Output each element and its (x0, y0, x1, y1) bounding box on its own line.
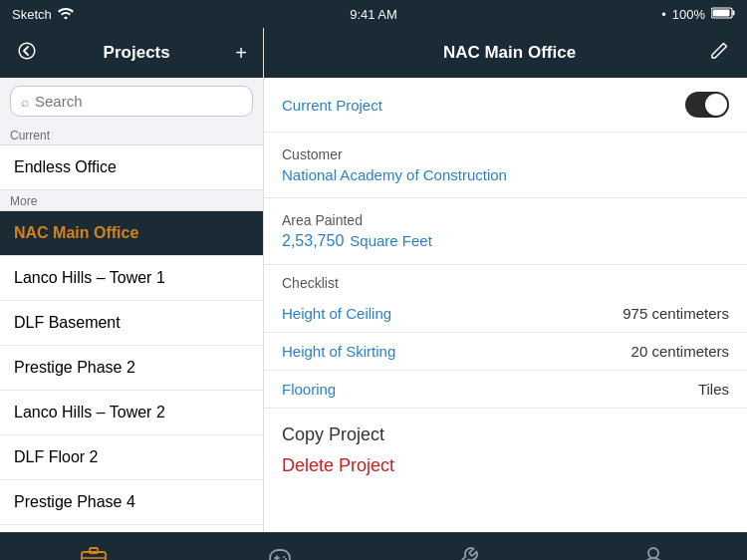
status-bar: Sketch 9:41 AM • 100% (0, 0, 747, 28)
controller-tab-icon (266, 548, 294, 561)
current-section-label: Current (0, 125, 263, 145)
sidebar-item-endless-office[interactable]: Endless Office (0, 145, 263, 190)
tab-bar (0, 532, 747, 560)
flooring-value: Tiles (698, 381, 729, 398)
area-unit: Square Feet (350, 232, 432, 249)
tab-profile[interactable] (561, 546, 748, 561)
svg-point-10 (285, 558, 287, 560)
sidebar-item-nac-main-office[interactable]: NAC Main Office (0, 211, 263, 256)
toggle-knob (705, 94, 727, 116)
search-input[interactable] (35, 93, 242, 110)
copy-project-section: Copy Project (264, 409, 747, 449)
delete-project-button[interactable]: Delete Project (282, 455, 394, 475)
tools-tab-icon (455, 546, 479, 561)
battery-icon (711, 7, 735, 22)
search-icon: ⌕ (21, 94, 29, 110)
detail-title: NAC Main Office (310, 43, 709, 63)
flooring-label[interactable]: Flooring (282, 381, 336, 398)
checklist-label: Checklist (282, 275, 339, 291)
delete-project-section: Delete Project (264, 449, 747, 490)
detail-panel: NAC Main Office Current Project Customer… (264, 28, 747, 532)
svg-point-9 (283, 556, 285, 558)
sidebar-item-dlf-basement[interactable]: DLF Basement (0, 301, 263, 346)
svg-point-0 (64, 16, 67, 19)
area-value: 2,53,750 Square Feet (282, 232, 729, 250)
sidebar-header: Projects + (0, 28, 263, 78)
svg-rect-5 (90, 548, 98, 553)
checklist-row-skirting: Height of Skirting 20 centimeters (264, 333, 747, 371)
svg-rect-3 (713, 9, 730, 16)
area-painted-section: Area Painted 2,53,750 Square Feet (264, 198, 747, 265)
status-time: 9:41 AM (350, 7, 397, 22)
sidebar-title: Projects (104, 43, 170, 63)
current-project-label: Current Project (282, 97, 382, 114)
add-project-button[interactable]: + (235, 42, 247, 65)
search-input-wrapper[interactable]: ⌕ (10, 86, 253, 117)
back-icon[interactable] (16, 40, 38, 66)
battery-label: 100% (672, 7, 705, 22)
customer-section: Customer National Academy of Constructio… (264, 133, 747, 198)
projects-tab-icon (81, 547, 107, 561)
edit-button[interactable] (709, 41, 729, 66)
checklist-row-flooring: Flooring Tiles (264, 371, 747, 409)
sidebar-item-prestige-phase2[interactable]: Prestige Phase 2 (0, 346, 263, 391)
area-painted-label: Area Painted (282, 212, 729, 228)
sidebar: Projects + ⌕ Current Endless Office More… (0, 28, 264, 532)
more-section-label: More (0, 190, 263, 211)
status-right: • 100% (661, 7, 735, 22)
sidebar-item-lanco-hills-t8[interactable]: Lanco Hills – Tower 8 (0, 525, 263, 532)
sidebar-item-lanco-hills-t1[interactable]: Lanco Hills – Tower 1 (0, 256, 263, 301)
svg-rect-2 (733, 10, 735, 15)
main-layout: Projects + ⌕ Current Endless Office More… (0, 28, 747, 532)
tab-tools[interactable] (374, 546, 561, 561)
area-num: 2,53,750 (282, 232, 344, 250)
customer-label: Customer (282, 146, 729, 162)
current-project-row: Current Project (264, 78, 747, 133)
sidebar-list: Current Endless Office More NAC Main Off… (0, 125, 263, 532)
wifi-icon (58, 7, 74, 22)
profile-tab-icon (642, 546, 664, 561)
svg-point-11 (648, 548, 658, 558)
sidebar-item-dlf-floor2[interactable]: DLF Floor 2 (0, 435, 263, 480)
sidebar-item-lanco-hills-t2[interactable]: Lanco Hills – Tower 2 (0, 391, 263, 435)
tab-controller[interactable] (187, 548, 374, 561)
search-bar: ⌕ (0, 78, 263, 125)
status-left: Sketch (12, 7, 74, 22)
sketch-label: Sketch (12, 7, 52, 22)
tab-projects[interactable] (0, 547, 187, 561)
detail-content: Current Project Customer National Academ… (264, 78, 747, 532)
sidebar-item-prestige-phase4[interactable]: Prestige Phase 4 (0, 480, 263, 525)
copy-project-button[interactable]: Copy Project (282, 424, 384, 444)
ceiling-value: 975 centimeters (622, 305, 729, 322)
current-project-toggle[interactable] (685, 92, 729, 118)
checklist-header: Checklist (264, 265, 747, 295)
detail-header: NAC Main Office (264, 28, 747, 78)
checklist-row-ceiling: Height of Ceiling 975 centimeters (264, 295, 747, 333)
bluetooth-icon: • (661, 7, 666, 22)
skirting-value: 20 centimeters (631, 343, 729, 360)
ceiling-label[interactable]: Height of Ceiling (282, 305, 391, 322)
skirting-label[interactable]: Height of Skirting (282, 343, 395, 360)
customer-value: National Academy of Construction (282, 166, 729, 183)
